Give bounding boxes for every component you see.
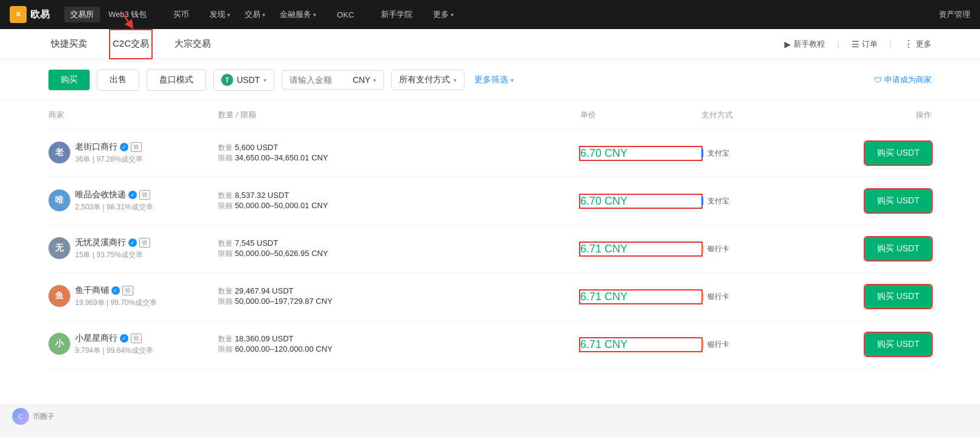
coin-select[interactable]: T USDT ▾	[213, 69, 274, 91]
merchant-info: 老街口商行 ✓ 验 36单 | 97.28%成交率	[75, 142, 143, 165]
payment-bar	[701, 197, 703, 205]
logo[interactable]: ✕ 欧易	[10, 6, 50, 23]
nav-assets[interactable]: 资产管理	[939, 9, 970, 20]
nav-divider2: |	[890, 39, 892, 48]
merchant-name: 无忧灵溪商行 ✓ 验	[75, 237, 150, 248]
merchant-info: 小星星商行 ✓ 验 9,794单 | 99.64%成交率	[75, 333, 153, 356]
amount-input-group[interactable]: CNY ▾	[282, 70, 384, 90]
exchange-tab[interactable]: 交易所	[64, 7, 100, 22]
amount-col: 数量 7,545 USDT 限额 50,000.00–50,626.95 CNY	[218, 238, 580, 259]
more-icon: ⋮	[904, 38, 913, 50]
payment-label: 支付宝	[707, 148, 729, 159]
tutorial-link[interactable]: ▶ 新手教程	[784, 39, 825, 50]
cert-badge[interactable]: 验	[139, 238, 150, 248]
action-col: 购买 USDT	[823, 237, 932, 260]
payment-bar	[701, 149, 703, 157]
chevron-down-icon: ▾	[313, 12, 316, 18]
header-price: 单价	[580, 110, 701, 120]
cert-badge[interactable]: 验	[131, 142, 142, 152]
amount-input[interactable]	[290, 75, 350, 85]
payment-badge: 银行卡	[701, 292, 729, 302]
payment-col: 银行卡	[701, 292, 823, 302]
sell-button[interactable]: 出售	[97, 69, 139, 91]
limit-value: 50,000.00–50,626.95 CNY	[235, 249, 328, 258]
nav-discover[interactable]: 发现 ▾	[210, 9, 230, 20]
quantity-row: 数量 5,600 USDT	[218, 143, 580, 153]
payment-badge: 支付宝	[701, 196, 729, 206]
limit-row: 限额 50,000.00–197,729.87 CNY	[218, 297, 580, 307]
action-col: 购买 USDT	[823, 333, 932, 356]
merchant-stats: 19,869单 | 99.70%成交率	[75, 298, 157, 308]
merchant-col: 唯 唯品会收快递 ✓ 验 2,503单 | 98.31%成交率	[48, 189, 218, 212]
merchant-name: 唯品会收快递 ✓ 验	[75, 189, 153, 200]
merchant-avatar: 老	[48, 142, 70, 163]
nav-beginner[interactable]: 新手学院	[375, 7, 419, 22]
merchant-info: 无忧灵溪商行 ✓ 验 15单 | 93.75%成交率	[75, 237, 150, 260]
nav-finance[interactable]: 金融服务 ▾	[280, 9, 316, 20]
amount-col: 数量 5,600 USDT 限额 34,650.00–34,650.01 CNY	[218, 143, 580, 163]
verified-icon: ✓	[120, 334, 128, 343]
action-col: 购买 USDT	[823, 285, 932, 308]
cert-badge[interactable]: 验	[122, 286, 133, 295]
buy-usdt-button[interactable]: 购买 USDT	[865, 333, 932, 356]
market-mode-button[interactable]: 盘口模式	[147, 69, 206, 91]
nav-okc[interactable]: OKC	[331, 8, 360, 22]
sub-nav-bulk-trade[interactable]: 大宗交易	[172, 29, 213, 59]
quantity-value: 5,600 USDT	[235, 143, 279, 152]
limit-label: 限额	[218, 249, 233, 258]
merchant-name: 小星星商行 ✓ 验	[75, 333, 153, 344]
payment-bar	[701, 245, 703, 253]
limit-label: 限额	[218, 297, 233, 306]
merchant-col: 小 小星星商行 ✓ 验 9,794单 | 99.64%成交率	[48, 333, 218, 356]
cert-badge[interactable]: 验	[131, 334, 142, 343]
more-link[interactable]: ⋮ 更多	[904, 38, 932, 50]
quantity-value: 18,360.09 USDT	[235, 334, 294, 343]
nav-buy[interactable]: 买币	[167, 7, 195, 22]
quantity-value: 7,545 USDT	[235, 238, 279, 248]
cert-badge[interactable]: 验	[139, 190, 150, 200]
sub-nav-quick-buy[interactable]: 快捷买卖	[48, 29, 90, 59]
action-col: 购买 USDT	[823, 189, 932, 212]
payment-col: 银行卡	[701, 244, 823, 254]
filter-bar: 购买 出售 盘口模式 T USDT ▾ CNY ▾ 所有支付方式 ▾ 更多筛选 …	[0, 59, 980, 101]
limit-row: 限额 34,650.00–34,650.01 CNY	[218, 153, 580, 163]
amount-col: 数量 18,360.09 USDT 限额 60,000.00–120,000.0…	[218, 334, 580, 355]
buy-button[interactable]: 购买	[48, 70, 90, 90]
orders-link[interactable]: ☰ 订单	[852, 39, 878, 50]
limit-label: 限额	[218, 154, 233, 162]
buy-usdt-button[interactable]: 购买 USDT	[865, 189, 932, 212]
merchant-col: 老 老街口商行 ✓ 验 36单 | 97.28%成交率	[48, 142, 218, 165]
price-cell: 6.70 CNY	[580, 195, 701, 208]
more-filter-button[interactable]: 更多筛选 ▾	[474, 74, 514, 85]
merchant-info: 唯品会收快递 ✓ 验 2,503单 | 98.31%成交率	[75, 189, 153, 212]
merchant-name: 老街口商行 ✓ 验	[75, 142, 143, 153]
nav-more[interactable]: 更多 ▾	[433, 9, 454, 20]
quantity-label: 数量	[218, 335, 233, 343]
limit-value: 60,000.00–120,000.00 CNY	[235, 344, 333, 353]
merchant-col: 无 无忧灵溪商行 ✓ 验 15单 | 93.75%成交率	[48, 237, 218, 260]
sub-nav: 快捷买卖 C2C交易 大宗交易 ▶ 新手教程 | ☰ 订单 |	[0, 29, 980, 59]
payment-col: 银行卡	[701, 340, 823, 350]
arrow-indicator	[119, 11, 143, 29]
payment-badge: 银行卡	[701, 244, 729, 254]
table-header: 商家 数量 / 限额 单价 支付方式 操作	[48, 101, 932, 130]
amount-col: 数量 8,537.32 USDT 限额 50,000.00–50,000.01 …	[218, 191, 580, 211]
chevron-down-icon: ▾	[262, 12, 265, 18]
quantity-label: 数量	[218, 191, 233, 200]
svg-line-1	[122, 12, 131, 25]
payment-select[interactable]: 所有支付方式 ▾	[391, 70, 465, 90]
quantity-value: 29,467.94 USDT	[235, 286, 294, 295]
buy-usdt-button[interactable]: 购买 USDT	[865, 142, 932, 165]
buy-usdt-button[interactable]: 购买 USDT	[865, 285, 932, 308]
buy-usdt-button[interactable]: 购买 USDT	[865, 237, 932, 260]
limit-row: 限额 50,000.00–50,626.95 CNY	[218, 249, 580, 259]
limit-value: 50,000.00–50,000.01 CNY	[235, 201, 328, 210]
payment-label: 银行卡	[707, 292, 729, 302]
limit-label: 限额	[218, 202, 233, 210]
apply-merchant-link[interactable]: 🛡 申请成为商家	[874, 74, 932, 85]
quantity-label: 数量	[218, 287, 233, 295]
sub-nav-c2c[interactable]: C2C交易	[109, 29, 153, 59]
price-cell: 6.71 CNY	[580, 243, 701, 255]
merchant-stats: 2,503单 | 98.31%成交率	[75, 202, 153, 212]
nav-trade[interactable]: 交易 ▾	[245, 9, 265, 20]
